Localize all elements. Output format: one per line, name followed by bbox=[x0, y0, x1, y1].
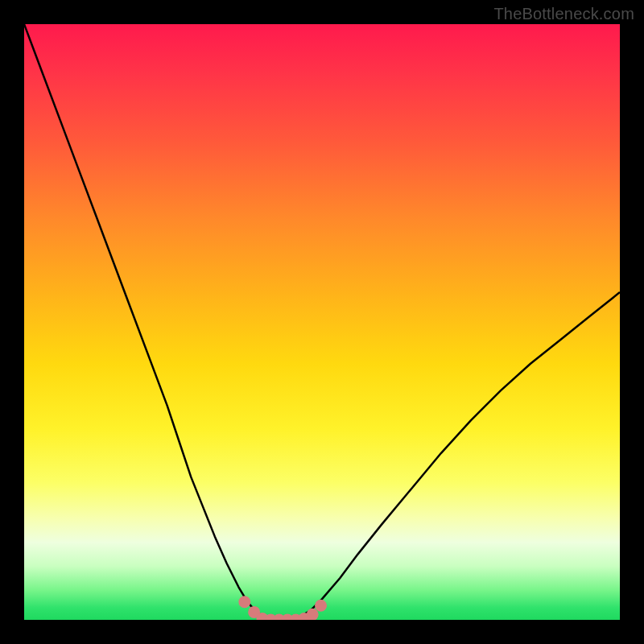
plot-area bbox=[24, 24, 620, 620]
chart-frame: TheBottleneck.com bbox=[0, 0, 644, 644]
curve-path bbox=[24, 24, 620, 620]
attribution-text: TheBottleneck.com bbox=[493, 5, 634, 23]
bottom-marker bbox=[315, 600, 327, 612]
bottom-marker bbox=[238, 596, 250, 608]
bottom-marker bbox=[307, 609, 319, 620]
bottleneck-curve bbox=[24, 24, 620, 620]
